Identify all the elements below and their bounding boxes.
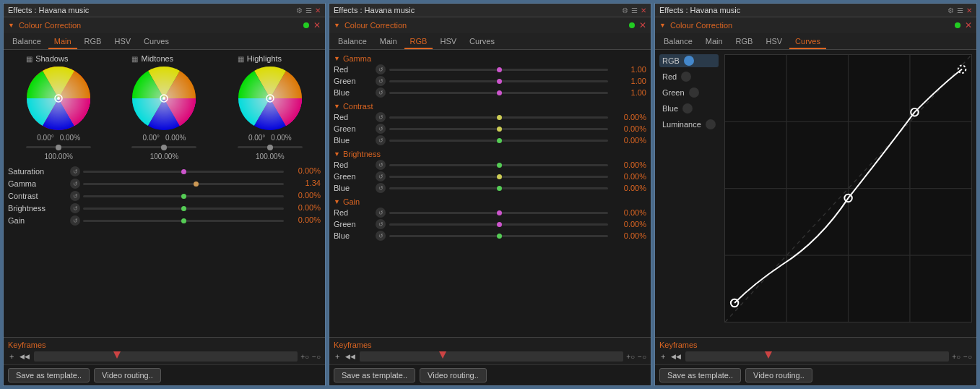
contrast-green-slider[interactable] (389, 128, 608, 130)
curve-channel-green[interactable]: Green (659, 86, 719, 99)
brightness-slider[interactable] (83, 208, 284, 210)
settings-icon-2[interactable]: ⚙ (622, 7, 628, 14)
contrast-blue-slider[interactable] (389, 140, 608, 142)
collapse-triangle-3[interactable]: ▼ (659, 22, 666, 29)
config-icon-3[interactable]: ☰ (957, 7, 963, 14)
brightness-blue-icon[interactable]: ↺ (376, 183, 386, 193)
gamma-blue-icon[interactable]: ↺ (376, 87, 386, 98)
tab-balance-3[interactable]: Balance (658, 35, 698, 49)
gain-triangle[interactable]: ▼ (334, 198, 340, 205)
kf-add-2[interactable]: + (334, 352, 341, 361)
save-template-btn-1[interactable]: Save as template.. (8, 368, 90, 382)
shadows-slider[interactable] (26, 146, 91, 148)
curve-channel-luminance[interactable]: Luminance (659, 118, 719, 131)
contrast-red-slider[interactable] (389, 116, 608, 119)
close-icon-2[interactable]: ✕ (641, 7, 646, 14)
tab-rgb-1[interactable]: RGB (79, 35, 108, 49)
kf-add-1[interactable]: + (8, 352, 15, 361)
settings-icon-3[interactable]: ⚙ (948, 7, 954, 14)
contrast-blue-icon[interactable]: ↺ (376, 135, 386, 145)
saturation-icon[interactable]: ↺ (70, 166, 80, 176)
kf-timeline-2[interactable] (360, 351, 623, 362)
tab-curves-3[interactable]: Curves (789, 35, 826, 49)
save-template-btn-3[interactable]: Save as template.. (659, 368, 741, 382)
section-close-3[interactable]: ✕ (965, 20, 972, 30)
section-close-1[interactable]: ✕ (313, 20, 321, 30)
gamma-red-slider[interactable] (389, 69, 608, 71)
close-icon-3[interactable]: ✕ (966, 7, 972, 14)
tab-hsv-2[interactable]: HSV (434, 35, 462, 49)
gamma-blue-slider[interactable] (389, 92, 608, 94)
tab-hsv-1[interactable]: HSV (108, 35, 136, 49)
video-routing-btn-2[interactable]: Video routing.. (420, 368, 487, 382)
midtones-slider[interactable] (131, 146, 196, 148)
highlights-wheel[interactable] (238, 66, 303, 131)
gain-blue-icon[interactable]: ↺ (376, 231, 386, 241)
kf-end-4[interactable]: −○ (638, 353, 646, 361)
kf-timeline-1[interactable] (34, 351, 298, 362)
kf-end-5[interactable]: +○ (952, 353, 961, 361)
tab-main-2[interactable]: Main (374, 35, 403, 49)
tab-rgb-3[interactable]: RGB (730, 35, 759, 49)
gamma-triangle[interactable]: ▼ (334, 55, 340, 62)
tab-balance-1[interactable]: Balance (6, 35, 47, 49)
gamma-red-icon[interactable]: ↺ (376, 64, 386, 74)
gamma-icon[interactable]: ↺ (70, 179, 80, 189)
curve-channel-blue[interactable]: Blue (659, 102, 719, 115)
gamma-green-slider[interactable] (389, 80, 608, 82)
collapse-triangle-1[interactable]: ▼ (8, 22, 14, 29)
kf-nav-3[interactable]: ◀◀ (669, 353, 682, 360)
settings-icon-1[interactable]: ⚙ (296, 7, 303, 14)
highlights-slider[interactable] (238, 146, 303, 148)
brightness-green-slider[interactable] (389, 176, 608, 178)
gain-red-slider[interactable] (389, 212, 608, 214)
gamma-green-icon[interactable]: ↺ (376, 76, 386, 86)
section-close-2[interactable]: ✕ (639, 20, 646, 30)
kf-end-3[interactable]: +○ (626, 353, 635, 361)
gain-red-icon[interactable]: ↺ (376, 208, 386, 218)
brightness-blue-slider[interactable] (389, 187, 608, 189)
brightness-red-slider[interactable] (389, 164, 608, 166)
brightness-green-icon[interactable]: ↺ (376, 171, 386, 181)
close-icon-1[interactable]: ✕ (315, 7, 321, 14)
config-icon-1[interactable]: ☰ (305, 7, 312, 14)
kf-end-1[interactable]: +○ (300, 353, 309, 361)
gamma-slider[interactable] (83, 183, 284, 185)
brightness-red-icon[interactable]: ↺ (376, 160, 386, 170)
kf-nav-2[interactable]: ◀◀ (344, 353, 357, 360)
contrast-green-icon[interactable]: ↺ (376, 124, 386, 134)
tab-curves-2[interactable]: Curves (464, 35, 500, 49)
collapse-triangle-2[interactable]: ▼ (334, 22, 340, 29)
config-icon-2[interactable]: ☰ (631, 7, 638, 14)
kf-nav-1[interactable]: ◀◀ (18, 353, 31, 360)
kf-end-2[interactable]: −○ (312, 353, 321, 361)
kf-timeline-3[interactable] (685, 351, 949, 362)
contrast-red-icon[interactable]: ↺ (376, 112, 386, 122)
brightness-icon[interactable]: ↺ (70, 203, 80, 213)
curve-channel-rgb[interactable]: RGB (659, 54, 719, 67)
gain-icon[interactable]: ↺ (70, 215, 80, 226)
save-template-btn-2[interactable]: Save as template.. (334, 368, 415, 382)
contrast-icon[interactable]: ↺ (70, 191, 80, 201)
midtones-wheel[interactable] (131, 66, 196, 131)
tab-hsv-3[interactable]: HSV (760, 35, 788, 49)
tab-main-1[interactable]: Main (48, 35, 77, 49)
brightness-triangle[interactable]: ▼ (334, 150, 340, 158)
shadows-wheel[interactable] (26, 66, 91, 131)
video-routing-btn-3[interactable]: Video routing.. (745, 368, 812, 382)
gain-green-slider[interactable] (389, 223, 608, 226)
tab-main-3[interactable]: Main (700, 35, 729, 49)
gain-blue-slider[interactable] (389, 235, 608, 237)
kf-add-3[interactable]: + (659, 352, 667, 361)
video-routing-btn-1[interactable]: Video routing.. (94, 368, 161, 382)
curves-graph[interactable] (724, 54, 972, 322)
curve-channel-red[interactable]: Red (659, 70, 719, 83)
gain-slider[interactable] (83, 220, 284, 222)
tab-balance-2[interactable]: Balance (332, 35, 373, 49)
tab-rgb-2[interactable]: RGB (404, 35, 433, 49)
gain-green-icon[interactable]: ↺ (376, 219, 386, 229)
contrast-slider[interactable] (83, 195, 284, 197)
tab-curves-1[interactable]: Curves (138, 35, 175, 49)
contrast-triangle[interactable]: ▼ (334, 103, 340, 110)
saturation-slider[interactable] (83, 171, 284, 173)
